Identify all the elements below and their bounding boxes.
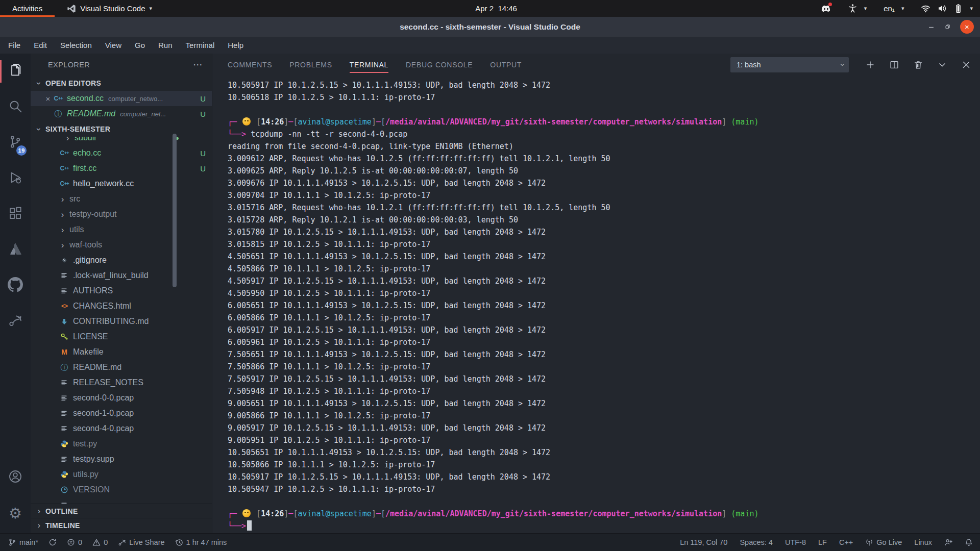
tree-item-second-1-0-pcap[interactable]: second-1-0.pcap [31, 406, 212, 421]
panel-tab-output[interactable]: OUTPUT [490, 54, 522, 76]
open-editor-readme-md[interactable]: ⓘREADME.mdcomputer_net...U [31, 106, 212, 121]
tree-item-readme-md[interactable]: ⓘREADME.md [31, 360, 212, 375]
tree-item-waf-tools[interactable]: ›waf-tools [31, 237, 212, 253]
tree-item-lock-waf-linux-build[interactable]: .lock-waf_linux_build [31, 268, 212, 283]
panel-tab-debug-console[interactable]: DEBUG CONSOLE [406, 54, 473, 76]
menu-help[interactable]: Help [221, 37, 250, 54]
status-lf[interactable]: LF [818, 538, 827, 546]
activity-extensions[interactable] [0, 196, 31, 232]
activities-button[interactable]: Activities [0, 0, 55, 17]
open-editor-second-cc[interactable]: ×C++second.cccomputer_netwo...U [31, 91, 212, 106]
title-bar[interactable]: second.cc - sixth-semester - Visual Stud… [0, 17, 980, 37]
tree-item-src[interactable]: ›src [31, 191, 212, 207]
status-sync[interactable] [48, 538, 57, 546]
tree-item-echo-cc[interactable]: C++echo.ccU [31, 145, 212, 161]
new-terminal-icon[interactable] [865, 59, 876, 70]
app-menu-button[interactable]: Visual Studio Code ▾ [62, 0, 157, 17]
menu-view[interactable]: View [99, 37, 128, 54]
panel-area: COMMENTSPROBLEMSTERMINALDEBUG CONSOLEOUT… [212, 54, 980, 533]
tree-item-testpy-output[interactable]: ›testpy-output [31, 207, 212, 222]
tree-item-release-notes[interactable]: RELEASE_NOTES [31, 375, 212, 390]
status-c[interactable]: C++ [839, 538, 853, 546]
activity-live-share[interactable] [0, 304, 31, 339]
menu-go[interactable]: Go [128, 37, 152, 54]
hide-panel-icon[interactable] [937, 59, 948, 70]
menu-run[interactable]: Run [152, 37, 179, 54]
close-button[interactable]: × [960, 20, 974, 34]
prompt-segment: ] [372, 509, 376, 518]
close-panel-icon[interactable] [961, 59, 972, 70]
status-0[interactable]: 0 [67, 538, 82, 546]
run-debug-icon [8, 170, 23, 187]
tree-item-contributing-md[interactable]: CONTRIBUTING.md [31, 314, 212, 329]
tree-item-first-cc[interactable]: C++first.ccU [31, 161, 212, 176]
tree-item-version[interactable]: VERSION [31, 482, 212, 497]
tree-item-second-4-0-pcap[interactable]: second-4-0.pcap [31, 421, 212, 436]
chevron-down-icon[interactable]: ▾ [970, 6, 973, 11]
status-label: LF [818, 538, 827, 546]
activity-run-debug[interactable] [0, 161, 31, 196]
workspace-header[interactable]: › SIXTH-SEMESTER [31, 121, 212, 137]
outline-header[interactable]: › OUTLINE [31, 504, 212, 518]
tree-item-utils[interactable]: ›utils [31, 222, 212, 237]
status-utf-8[interactable]: UTF-8 [785, 538, 806, 546]
tree-item-second-0-0-pcap[interactable]: second-0-0.pcap [31, 390, 212, 406]
terminal-shell-select[interactable]: 1: bash › [730, 57, 849, 72]
menu-edit[interactable]: Edit [27, 37, 54, 54]
accessibility-icon[interactable] [848, 4, 857, 13]
menu-selection[interactable]: Selection [54, 37, 99, 54]
tree-item-authors[interactable]: AUTHORS [31, 283, 212, 298]
status-main[interactable]: main* [8, 538, 38, 546]
activity-accounts[interactable] [0, 460, 31, 495]
panel-tab-problems[interactable]: PROBLEMS [289, 54, 332, 76]
tree-item-makefile[interactable]: MMakefile [31, 344, 212, 360]
open-editors-header[interactable]: › OPEN EDITORS [31, 76, 212, 91]
status-0[interactable]: 0 [92, 538, 108, 546]
tree-item-utils-py[interactable]: utils.py [31, 467, 212, 482]
tree-item-license[interactable]: LICENSE [31, 329, 212, 344]
item-name: testpy.supp [73, 455, 114, 464]
tree-item-test-py[interactable]: test.py [31, 436, 212, 452]
more-actions-icon[interactable]: ⋯ [193, 59, 203, 70]
restore-button[interactable] [944, 23, 951, 31]
timeline-header[interactable]: › TIMELINE [31, 518, 212, 532]
tree-item-changes-html[interactable]: <>CHANGES.html [31, 298, 212, 314]
tree-item-gitignore[interactable]: .gitignore [31, 253, 212, 268]
discord-icon[interactable] [821, 4, 831, 13]
tree-item-partial[interactable] [31, 497, 212, 504]
prompt-path: /media/avinal/ADVANCED/my_git/sixth-seme… [385, 117, 722, 127]
sidebar-scrollbar-thumb[interactable] [173, 134, 177, 287]
panel-tab-comments[interactable]: COMMENTS [228, 54, 272, 76]
activity-github[interactable] [0, 268, 31, 304]
terminal-output[interactable]: 10.505917 IP 10.1.2.5.15 > 10.1.1.1.4915… [212, 76, 980, 533]
minimize-button[interactable] [927, 23, 935, 31]
status-bell[interactable] [965, 538, 973, 546]
wifi-icon[interactable] [921, 4, 930, 13]
tree-item-subdir[interactable]: ›subdir● [31, 137, 212, 145]
status-spaces-4[interactable]: Spaces: 4 [740, 538, 773, 546]
activity-atlassian[interactable] [0, 232, 31, 268]
status-feedback[interactable] [944, 538, 952, 546]
panel-tab-terminal[interactable]: TERMINAL [350, 54, 388, 76]
split-terminal-icon[interactable] [889, 59, 900, 70]
activity-search[interactable] [0, 89, 31, 125]
activity-explorer[interactable] [0, 54, 31, 89]
keyboard-layout-indicator[interactable]: en₁ [884, 4, 895, 13]
volume-icon[interactable] [937, 4, 947, 13]
status-1-hr-47-mins[interactable]: 1 hr 47 mins [175, 538, 227, 546]
status-go-live[interactable]: Go Live [865, 538, 902, 546]
status-ln-119-col-70[interactable]: Ln 119, Col 70 [680, 538, 727, 546]
activity-settings[interactable]: ⚙ [0, 495, 31, 531]
status-live-share[interactable]: Live Share [118, 538, 164, 546]
menu-file[interactable]: File [2, 37, 27, 54]
kill-terminal-icon[interactable] [913, 59, 924, 70]
clock-label: Apr 2 14:46 [475, 4, 517, 13]
tree-item-hello-network-cc[interactable]: C++hello_network.cc [31, 176, 212, 191]
menu-terminal[interactable]: Terminal [179, 37, 222, 54]
activity-source-control[interactable]: 19 [0, 125, 31, 161]
status-linux[interactable]: Linux [914, 538, 932, 546]
vscode-logo-icon [67, 4, 76, 13]
battery-icon[interactable] [953, 4, 963, 13]
tree-item-testpy-supp[interactable]: testpy.supp [31, 452, 212, 467]
close-editor-icon[interactable]: × [43, 94, 53, 103]
